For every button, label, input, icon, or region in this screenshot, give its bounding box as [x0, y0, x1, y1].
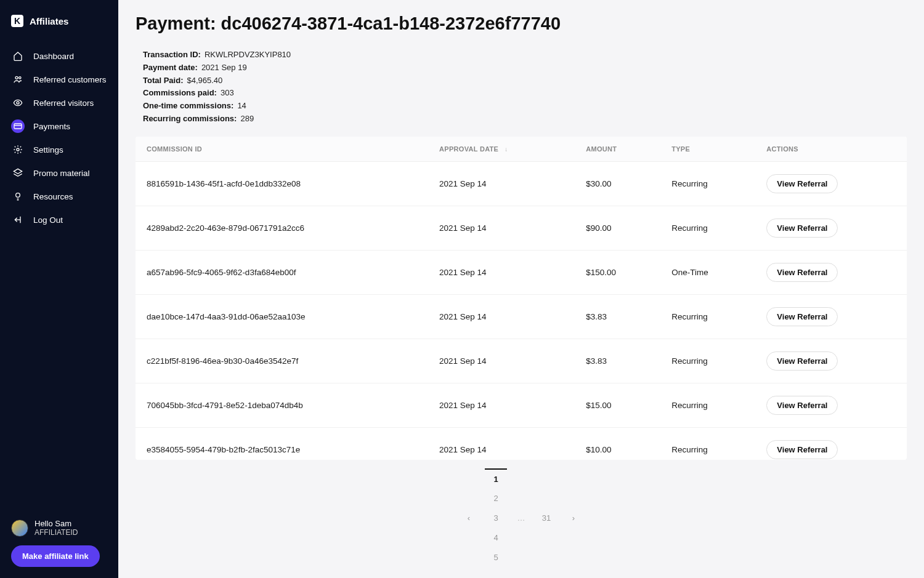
cell-amount: $90.00: [575, 206, 660, 250]
commissions-table-wrap: COMMISSION ID APPROVAL DATE↓ AMOUNT TYPE…: [136, 137, 907, 460]
brand-name: Affiliates: [30, 16, 68, 26]
view-referral-button[interactable]: View Referral: [766, 307, 838, 326]
sidebar-nav: Dashboard Referred customers Referred vi…: [0, 44, 118, 231]
meta-label-one-time: One-time commissions:: [143, 100, 233, 113]
sidebar-item-resources[interactable]: Resources: [0, 185, 118, 208]
meta-value-payment-date: 2021 Sep 19: [201, 62, 247, 74]
svg-point-2: [17, 102, 19, 104]
col-commission-id[interactable]: COMMISSION ID: [136, 137, 428, 162]
page-prev-button[interactable]: ‹: [458, 508, 480, 528]
view-referral-button[interactable]: View Referral: [766, 351, 838, 371]
cell-amount: $15.00: [575, 383, 660, 427]
cell-actions: View Referral: [755, 161, 907, 206]
sidebar-item-payments[interactable]: Payments: [0, 114, 118, 138]
col-type[interactable]: TYPE: [660, 137, 755, 162]
svg-marker-6: [14, 169, 22, 174]
sidebar-item-referred-customers[interactable]: Referred customers: [0, 68, 118, 91]
cell-commission-id: 706045bb-3fcd-4791-8e52-1deba074db4b: [136, 383, 428, 427]
sidebar-item-label: Payments: [33, 122, 70, 131]
cell-commission-id: a657ab96-5fc9-4065-9f62-d3fa684eb00f: [136, 250, 428, 294]
cell-actions: View Referral: [755, 206, 907, 250]
cell-amount: $10.00: [575, 427, 660, 460]
meta-label-recurring: Recurring commissions:: [143, 113, 237, 126]
meta-value-recurring: 289: [240, 113, 254, 126]
sidebar-item-label: Log Out: [33, 215, 63, 225]
pagination: ‹ 12345 … 31 ›: [136, 460, 907, 578]
avatar: [11, 520, 28, 537]
cell-approval-date: 2021 Sep 14: [428, 250, 575, 294]
page-button-5[interactable]: 5: [485, 547, 507, 567]
cell-type: Recurring: [660, 383, 755, 427]
page-button-4[interactable]: 4: [485, 528, 507, 547]
meta-label-payment-date: Payment date:: [143, 62, 198, 74]
table-row: 8816591b-1436-45f1-acfd-0e1ddb332e082021…: [136, 161, 907, 206]
cell-type: Recurring: [660, 339, 755, 383]
sidebar-item-label: Dashboard: [33, 52, 74, 61]
cell-type: Recurring: [660, 294, 755, 339]
cell-commission-id: dae10bce-147d-4aa3-91dd-06ae52aa103e: [136, 294, 428, 339]
cell-approval-date: 2021 Sep 14: [428, 383, 575, 427]
svg-point-0: [15, 76, 18, 79]
user-id: AFFILIATEID: [34, 528, 78, 537]
svg-point-5: [17, 148, 19, 151]
page-button-2[interactable]: 2: [485, 488, 507, 508]
meta-value-transaction-id: RKWLRPDVZ3KYIP810: [205, 49, 291, 62]
table-row: a657ab96-5fc9-4065-9f62-d3fa684eb00f2021…: [136, 250, 907, 294]
cell-commission-id: e3584055-5954-479b-b2fb-2fac5013c71e: [136, 427, 428, 460]
svg-point-1: [19, 77, 21, 79]
lightbulb-icon: [13, 191, 23, 201]
make-affiliate-link-button[interactable]: Make affiliate link: [11, 545, 100, 567]
table-row: 706045bb-3fcd-4791-8e52-1deba074db4b2021…: [136, 383, 907, 427]
cell-approval-date: 2021 Sep 14: [428, 206, 575, 250]
page-button-1[interactable]: 1: [485, 468, 507, 488]
page-button-3[interactable]: 3: [485, 508, 507, 528]
layers-icon: [13, 168, 23, 178]
sidebar-item-settings[interactable]: Settings: [0, 138, 118, 161]
page-last-button[interactable]: 31: [535, 508, 557, 528]
sidebar-item-promo-material[interactable]: Promo material: [0, 161, 118, 185]
commissions-table: COMMISSION ID APPROVAL DATE↓ AMOUNT TYPE…: [136, 137, 907, 460]
sidebar-item-referred-visitors[interactable]: Referred visitors: [0, 91, 118, 114]
home-icon: [13, 51, 23, 61]
user-greeting: Hello Sam: [34, 519, 78, 528]
cell-actions: View Referral: [755, 383, 907, 427]
view-referral-button[interactable]: View Referral: [766, 440, 838, 459]
sidebar-item-label: Referred customers: [33, 75, 107, 84]
credit-card-icon: [13, 121, 23, 131]
col-approval-date[interactable]: APPROVAL DATE↓: [428, 137, 575, 162]
page-next-button[interactable]: ›: [562, 508, 585, 528]
cell-type: Recurring: [660, 161, 755, 206]
sidebar-header: K Affiliates: [0, 10, 118, 39]
logo-icon: K: [11, 15, 23, 27]
cell-actions: View Referral: [755, 250, 907, 294]
sidebar-item-label: Promo material: [33, 169, 90, 178]
view-referral-button[interactable]: View Referral: [766, 219, 838, 238]
view-referral-button[interactable]: View Referral: [766, 174, 838, 193]
sidebar-item-label: Resources: [33, 192, 73, 201]
cell-amount: $150.00: [575, 250, 660, 294]
col-amount[interactable]: AMOUNT: [575, 137, 660, 162]
table-row: e3584055-5954-479b-b2fb-2fac5013c71e2021…: [136, 427, 907, 460]
sidebar-item-dashboard[interactable]: Dashboard: [0, 44, 118, 68]
meta-value-one-time: 14: [237, 100, 246, 113]
table-row: dae10bce-147d-4aa3-91dd-06ae52aa103e2021…: [136, 294, 907, 339]
meta-label-transaction-id: Transaction ID:: [143, 49, 201, 62]
cell-amount: $3.83: [575, 339, 660, 383]
view-referral-button[interactable]: View Referral: [766, 396, 838, 415]
svg-point-7: [16, 193, 20, 198]
cell-actions: View Referral: [755, 427, 907, 460]
table-row: 4289abd2-2c20-463e-879d-0671791a2cc62021…: [136, 206, 907, 250]
page-title: Payment: dc406274-3871-4ca1-b148-2372e6f…: [136, 14, 907, 34]
sidebar-item-logout[interactable]: Log Out: [0, 208, 118, 231]
cell-actions: View Referral: [755, 339, 907, 383]
table-row: c221bf5f-8196-46ea-9b30-0a46e3542e7f2021…: [136, 339, 907, 383]
main: Payment: dc406274-3871-4ca1-b148-2372e6f…: [118, 0, 924, 578]
meta-label-total-paid: Total Paid:: [143, 74, 183, 87]
sidebar: K Affiliates Dashboard Referred customer…: [0, 0, 118, 578]
sort-down-icon: ↓: [505, 146, 508, 153]
cell-actions: View Referral: [755, 294, 907, 339]
view-referral-button[interactable]: View Referral: [766, 263, 838, 282]
logout-icon: [13, 215, 23, 225]
cell-approval-date: 2021 Sep 14: [428, 161, 575, 206]
page-ellipsis: …: [512, 513, 530, 523]
